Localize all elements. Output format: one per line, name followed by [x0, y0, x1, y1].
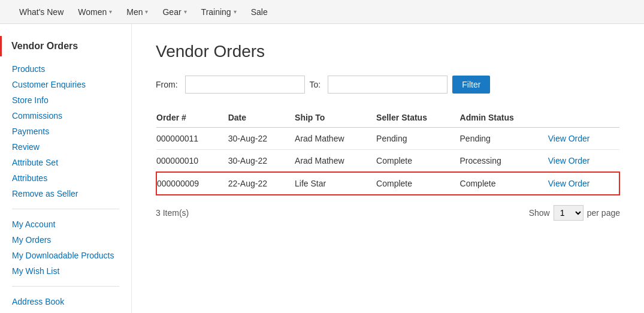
table-row: 000000011 30-Aug-22 Arad Mathew Pending …: [156, 128, 619, 150]
nav-sale[interactable]: Sale: [244, 0, 275, 24]
sidebar-item-review[interactable]: Review: [0, 139, 131, 155]
col-action: [548, 108, 619, 128]
nav-women[interactable]: Women ▾: [71, 0, 119, 24]
from-label: From:: [156, 80, 178, 89]
col-admin-status: Admin Status: [460, 108, 548, 128]
cell-date: 22-Aug-22: [228, 172, 295, 195]
col-order-num: Order #: [156, 108, 228, 128]
chevron-down-icon: ▾: [109, 8, 112, 15]
cell-date: 30-Aug-22: [228, 150, 295, 173]
cell-ship-to: Life Star: [295, 172, 376, 195]
nav-men[interactable]: Men ▾: [119, 0, 155, 24]
cell-order-num: 000000011: [156, 128, 228, 150]
table-body: 000000011 30-Aug-22 Arad Mathew Pending …: [156, 128, 619, 195]
cell-date: 30-Aug-22: [228, 128, 295, 150]
col-seller-status: Seller Status: [376, 108, 459, 128]
table-row: 000000009 22-Aug-22 Life Star Complete C…: [156, 172, 619, 195]
cell-action[interactable]: View Order: [548, 150, 619, 173]
col-date: Date: [228, 108, 295, 128]
sidebar-account-group: My Account My Orders My Downloadable Pro…: [0, 216, 131, 279]
table-header: Order # Date Ship To Seller Status Admin…: [156, 108, 619, 128]
per-page-label: per page: [587, 208, 620, 218]
cell-action[interactable]: View Order: [548, 172, 619, 195]
cell-admin-status: Processing: [460, 150, 548, 173]
sidebar-bottom-group: Address Book Account Information: [0, 294, 131, 313]
filter-row: From: To: Filter: [156, 76, 620, 94]
sidebar-item-attribute-set[interactable]: Attribute Set: [0, 155, 131, 170]
sidebar-item-my-downloadable-products[interactable]: My Downloadable Products: [0, 248, 131, 263]
col-ship-to: Ship To: [295, 108, 376, 128]
sidebar-item-customer-enquiries[interactable]: Customer Enquiries: [0, 77, 131, 92]
sidebar-section-title: Vendor Orders: [0, 36, 131, 56]
view-order-link[interactable]: View Order: [548, 156, 590, 165]
nav-whats-new[interactable]: What's New: [12, 0, 71, 24]
nav-gear[interactable]: Gear ▾: [155, 0, 193, 24]
page-title: Vendor Orders: [156, 42, 620, 61]
nav-training[interactable]: Training ▾: [194, 0, 244, 24]
sidebar: Vendor Orders Products Customer Enquirie…: [0, 24, 132, 313]
sidebar-item-attributes[interactable]: Attributes: [0, 170, 131, 186]
sidebar-item-commissions[interactable]: Commissions: [0, 108, 131, 124]
cell-ship-to: Arad Mathew: [295, 128, 376, 150]
page-layout: Vendor Orders Products Customer Enquirie…: [0, 24, 644, 313]
sidebar-item-my-account[interactable]: My Account: [0, 216, 131, 232]
cell-admin-status: Complete: [460, 172, 548, 195]
main-content: Vendor Orders From: To: Filter Order # D…: [132, 24, 644, 313]
sidebar-item-address-book[interactable]: Address Book: [0, 294, 131, 309]
view-order-link[interactable]: View Order: [548, 179, 590, 188]
sidebar-item-store-info[interactable]: Store Info: [0, 92, 131, 108]
sidebar-item-account-information[interactable]: Account Information: [0, 309, 131, 313]
table-footer: 3 Item(s) Show 1102050 per page: [156, 205, 620, 221]
sidebar-vendor-group: Products Customer Enquiries Store Info C…: [0, 61, 131, 201]
from-date-input[interactable]: [185, 76, 305, 94]
sidebar-item-my-wish-list[interactable]: My Wish List: [0, 263, 131, 279]
cell-seller-status: Complete: [376, 150, 459, 173]
chevron-down-icon: ▾: [145, 8, 148, 15]
items-count: 3 Item(s): [156, 208, 189, 218]
to-label: To:: [310, 80, 321, 89]
chevron-down-icon: ▾: [234, 8, 237, 15]
cell-ship-to: Arad Mathew: [295, 150, 376, 173]
orders-table: Order # Date Ship To Seller Status Admin…: [156, 108, 620, 195]
chevron-down-icon: ▾: [184, 8, 187, 15]
show-label: Show: [529, 208, 550, 218]
sidebar-item-products[interactable]: Products: [0, 61, 131, 77]
cell-seller-status: Pending: [376, 128, 459, 150]
cell-action[interactable]: View Order: [548, 128, 619, 150]
view-order-link[interactable]: View Order: [548, 134, 590, 143]
cell-admin-status: Pending: [460, 128, 548, 150]
per-page-control: Show 1102050 per page: [529, 205, 620, 221]
table-header-row: Order # Date Ship To Seller Status Admin…: [156, 108, 619, 128]
sidebar-item-remove-as-seller[interactable]: Remove as Seller: [0, 186, 131, 201]
cell-order-num: 000000010: [156, 150, 228, 173]
sidebar-divider: [12, 209, 119, 209]
sidebar-item-my-orders[interactable]: My Orders: [0, 232, 131, 248]
per-page-select[interactable]: 1102050: [554, 205, 583, 221]
sidebar-item-payments[interactable]: Payments: [0, 124, 131, 139]
cell-order-num: 000000009: [156, 172, 228, 195]
sidebar-divider-2: [12, 286, 119, 287]
to-date-input[interactable]: [328, 76, 448, 94]
table-row: 000000010 30-Aug-22 Arad Mathew Complete…: [156, 150, 619, 173]
cell-seller-status: Complete: [376, 172, 459, 195]
top-navigation: What's New Women ▾ Men ▾ Gear ▾ Training…: [0, 0, 644, 24]
filter-button[interactable]: Filter: [452, 76, 490, 94]
